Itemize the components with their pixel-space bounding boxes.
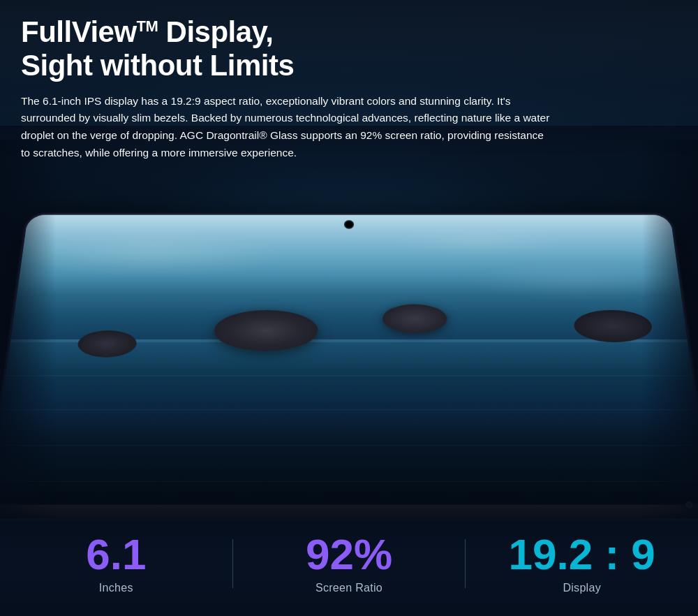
phone-container [0,154,698,518]
main-title: FullViewTM Display, Sight without Limits [21,15,677,83]
title-line1: FullViewTM Display, [21,15,274,48]
description-text: The 6.1-inch IPS display has a 19.2:9 as… [21,93,551,162]
water-ripple-1 [6,376,692,376]
rock-center [213,310,318,351]
page-wrapper: FullViewTM Display, Sight without Limits… [0,0,698,616]
stat-label-display: Display [563,582,601,594]
phone-screen-wrapper [0,215,698,518]
left-glow [0,140,56,518]
stat-label-inches: Inches [99,582,133,594]
stat-item-screen-ratio: 92% Screen Ratio [233,533,466,594]
stat-value-inches: 6.1 [86,533,146,576]
camera-hole-icon [346,221,353,228]
phone-chin [0,505,698,518]
stat-label-screen-ratio: Screen Ratio [315,582,383,594]
stat-item-inches: 6.1 Inches [0,533,232,594]
water-ripple-2 [1,410,697,411]
top-content: FullViewTM Display, Sight without Limits… [0,0,698,176]
water-ripple-3 [0,445,698,446]
stats-bar: 6.1 Inches 92% Screen Ratio 19.2 : 9 Dis… [0,518,698,616]
stat-value-screen-ratio: 92% [306,533,392,576]
phone-frame [0,215,698,518]
water-area [0,342,698,518]
stat-item-display: 19.2 : 9 Display [466,533,698,594]
stat-value-display: 19.2 : 9 [509,533,655,576]
water-ripple-4 [0,481,698,482]
right-glow [642,140,698,518]
rock-right [383,304,448,333]
screen-content [0,215,698,518]
title-line2: Sight without Limits [21,49,294,82]
